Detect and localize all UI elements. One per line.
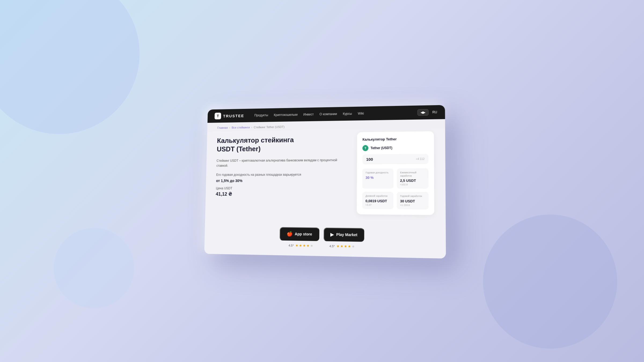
stat-monthly-label: Ежемесячный заработок xyxy=(400,171,425,178)
stat-monthly: Ежемесячный заработок 2,5 USDT ≈102.8 xyxy=(397,168,429,189)
pm-star-3: ★ xyxy=(344,244,347,249)
yield-intro: Его годовая доходность на разных площадк… xyxy=(216,172,349,178)
stat-daily: Дневной заработок 0,0819 USDT ≈3.37 xyxy=(362,192,394,209)
app-store-stars: ★ ★ ★ ★ ★ xyxy=(295,243,313,248)
nav-item-wiki[interactable]: Wiki xyxy=(358,112,364,115)
video-button[interactable]: ◀▶ xyxy=(417,109,428,116)
app-buttons-row: 🍎 App store ▶ Play Market xyxy=(280,227,364,242)
page-title: Калькулятор стейкингаUSDT (Tether) xyxy=(217,135,349,153)
stat-monthly-sub: ≈102.8 xyxy=(400,183,425,186)
amount-value: 100 xyxy=(366,157,373,161)
star-1: ★ xyxy=(295,243,298,248)
app-store-rating-value: 4.5* xyxy=(288,244,294,247)
stat-annual-earn-sub: ≈1 233.6 xyxy=(400,204,425,207)
pm-star-2: ★ xyxy=(340,244,343,248)
logo-text: TRUSTEE xyxy=(223,113,244,118)
logo-icon: T xyxy=(214,113,221,119)
play-market-button[interactable]: ▶ Play Market xyxy=(324,228,364,242)
stat-annual-value: 30 % xyxy=(365,175,390,179)
left-section: Калькулятор стейкингаUSDT (Tether) Стейк… xyxy=(215,132,349,214)
apple-icon: 🍎 xyxy=(287,231,293,237)
nav-item-invest[interactable]: Инвест xyxy=(303,112,314,116)
app-section: 🍎 App store ▶ Play Market 4.5* ★ ★ ★ ★ xyxy=(204,221,446,258)
yield-range: от 1,5% до 30% xyxy=(216,178,349,183)
stat-annual-label: Годовая доходность xyxy=(365,171,390,174)
stats-grid: Годовая доходность 30 % Ежемесячный зара… xyxy=(362,168,429,209)
play-market-rating-value: 4.5* xyxy=(330,244,335,248)
star-3: ★ xyxy=(303,243,306,248)
pm-star-1: ★ xyxy=(336,244,339,248)
price-value: 41,12 ₴ xyxy=(216,191,349,197)
rating-row: 4.5* ★ ★ ★ ★ ★ 4.5* ★ ★ ★ ★ xyxy=(288,243,355,248)
play-icon: ◀▶ xyxy=(420,110,426,114)
stat-annual-earn-label: Годовой заработок xyxy=(400,195,425,198)
stat-monthly-value: 2,5 USDT xyxy=(400,179,425,183)
stat-annual-yield: Годовая доходность 30 % xyxy=(362,168,393,189)
app-store-rating: 4.5* ★ ★ ★ ★ ★ xyxy=(288,243,313,248)
play-market-stars: ★ ★ ★ ★ ★ xyxy=(336,244,355,248)
play-market-label: Play Market xyxy=(336,232,357,237)
pm-star-5: ★ xyxy=(352,244,355,249)
amount-usd: ≈4 112 xyxy=(416,157,425,160)
calculator-card: Калькулятор Tether T Tether (USDT) 100 ≈… xyxy=(357,131,434,215)
logo-area[interactable]: T TRUSTEE xyxy=(214,112,244,119)
stat-annual-earn-value: 30 USDT xyxy=(400,199,425,203)
nav-item-courses[interactable]: Курсы xyxy=(343,112,352,116)
token-icon: T xyxy=(363,145,368,151)
nav-item-wallets[interactable]: Криптокошельки xyxy=(274,113,298,117)
calc-title: Калькулятор Tether xyxy=(363,137,429,142)
nav-links: Продукты Криптокошельки Инвест О компани… xyxy=(254,111,409,117)
star-5: ★ xyxy=(310,244,313,248)
app-store-button[interactable]: 🍎 App store xyxy=(280,227,319,241)
description: Стейкинг USDT – криптовалютная альтернат… xyxy=(216,158,349,168)
language-selector[interactable]: RU xyxy=(432,110,437,114)
browser-card: T TRUSTEE Продукты Криптокошельки Инвест… xyxy=(204,105,446,258)
token-name: Tether (USDT) xyxy=(371,146,392,150)
stat-annual-earnings: Годовой заработок 30 USDT ≈1 233.6 xyxy=(397,192,429,209)
amount-input[interactable]: 100 ≈4 112 xyxy=(362,154,428,164)
breadcrumb-current: Стейкинг Tether (USDT) xyxy=(254,125,284,129)
stat-daily-sub: ≈3.37 xyxy=(365,204,390,206)
star-4: ★ xyxy=(306,243,310,248)
nav-item-company[interactable]: О компании xyxy=(320,112,337,116)
stat-daily-value: 0,0819 USDT xyxy=(365,199,390,203)
nav-right: ◀▶ RU xyxy=(417,109,437,116)
stat-daily-label: Дневной заработок xyxy=(365,195,390,198)
app-store-label: App store xyxy=(295,232,312,236)
token-row: T Tether (USDT) xyxy=(363,145,429,151)
main-content: Калькулятор стейкингаUSDT (Tether) Стейк… xyxy=(205,128,446,224)
play-market-icon: ▶ xyxy=(330,231,334,238)
star-2: ★ xyxy=(299,243,302,248)
nav-item-products[interactable]: Продукты xyxy=(254,113,268,117)
breadcrumb-home[interactable]: Главная xyxy=(217,126,228,129)
breadcrumb-sep-1: › xyxy=(229,126,230,129)
play-market-rating: 4.5* ★ ★ ★ ★ ★ xyxy=(330,244,355,249)
breadcrumb-all-staking[interactable]: Все стейкинги xyxy=(232,126,250,129)
breadcrumb-sep-2: › xyxy=(251,126,252,129)
price-label: Цена USDT xyxy=(216,186,349,190)
pm-star-4: ★ xyxy=(348,244,351,249)
